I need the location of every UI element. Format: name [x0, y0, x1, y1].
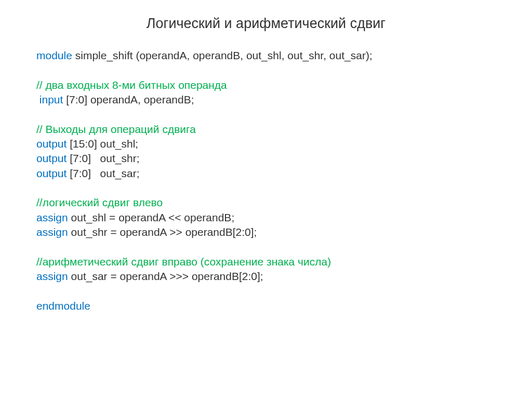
code-text: [15:0] out_shl; — [66, 138, 138, 150]
keyword-assign: assign — [36, 211, 68, 223]
keyword-output: output — [36, 167, 66, 179]
slide: Логический и арифметический сдвиг module… — [0, 0, 532, 399]
code-text: [7:0] out_sar; — [66, 167, 139, 179]
code-text: out_shl = operandA << operandB; — [68, 211, 235, 223]
keyword-assign: assign — [36, 226, 68, 238]
code-text: [7:0] out_shr; — [66, 152, 139, 164]
code-text: out_shr = operandA >> operandB[2:0]; — [68, 226, 257, 238]
slide-title: Логический и арифметический сдвиг — [36, 16, 496, 32]
keyword-assign: assign — [36, 270, 68, 282]
comment: //логический сдвиг влево — [36, 196, 163, 208]
code-text: [7:0] operandA, operandB; — [63, 94, 194, 105]
comment: //арифметический сдвиг вправо (сохранени… — [36, 256, 331, 268]
comment: // Выходы для операций сдвига — [36, 123, 196, 135]
code-text: simple_shift (operandA, operandB, out_sh… — [72, 49, 373, 61]
code-text: out_sar = operandA >>> operandB[2:0]; — [68, 270, 263, 282]
keyword-module: module — [36, 49, 72, 61]
comment: // два входных 8-ми битных операнда — [36, 79, 227, 91]
code-block: module simple_shift (operandA, operandB,… — [36, 48, 496, 313]
keyword-output: output — [36, 138, 66, 150]
keyword-input: input — [36, 94, 63, 105]
keyword-output: output — [36, 152, 66, 164]
keyword-endmodule: endmodule — [36, 300, 90, 312]
